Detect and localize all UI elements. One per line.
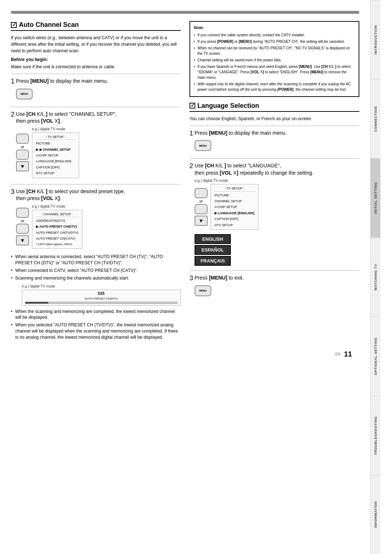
lang-step-3-illus: MENU xyxy=(195,284,359,298)
lang-menu1-title: - TV SETUP - xyxy=(214,186,255,191)
menu2-item-1: ADD/DELETE(DTV) xyxy=(35,218,79,224)
lang-intro: You can choose English, Spanish, or Fren… xyxy=(189,115,359,122)
divider-3 xyxy=(11,184,181,184)
en-label: EN xyxy=(335,352,340,356)
before-text: Make sure if the unit is connected to an… xyxy=(11,64,181,70)
step-2-menu-area: e.g.) digital TV mode - TV SETUP - PICTU… xyxy=(32,127,79,178)
step-3-number: 3 xyxy=(11,188,15,196)
section-title: Auto Channel Scan xyxy=(19,21,79,29)
progress-bar-fill xyxy=(25,302,48,304)
menu2-item-4: AUTO PRESET CH(CATV) xyxy=(35,236,79,241)
step-2-number: 2 xyxy=(11,111,15,118)
step-2-label: Use [CH K/L ] to select "CHANNEL SETUP",… xyxy=(16,111,181,125)
sidebar-optional-setting: OPTIONAL SETTING xyxy=(371,317,380,396)
note-title: Note: xyxy=(194,25,355,31)
lang-divider-1 xyxy=(189,126,359,126)
sidebar-connection: CONNECTION xyxy=(371,79,380,158)
bullet-1: When aerial antenna is connected, select… xyxy=(11,254,181,266)
eg-label-progress: e.g.) digital TV mode xyxy=(22,284,181,288)
page-footer: EN 11 xyxy=(11,350,359,358)
lang-illus-row: or ▼ - TV SETUP - PICTURE CHANNEL SETUP xyxy=(195,184,258,230)
menu1-item-4: LANGUAGE [ENGLISH] xyxy=(35,158,76,164)
step-1-illus: MENU xyxy=(16,87,181,101)
step-3-menu-area: e.g.) digital TV mode - CHANNEL SETUP - … xyxy=(32,204,82,249)
right-column: Note: If you connect the cable system di… xyxy=(189,21,359,343)
step-1-row: 1 Press [MENU] to display the main menu.… xyxy=(11,78,181,103)
eg-label-3: e.g.) digital TV mode xyxy=(32,204,82,208)
lang-step-3-content: Press [MENU] to exit. MENU xyxy=(195,274,359,300)
lang-step-1-row: 1 Press [MENU] to display the main menu.… xyxy=(189,130,359,155)
lang-divider-2 xyxy=(189,158,359,159)
note-item-3: When no channel can be received by "AUTO… xyxy=(194,45,355,56)
lang-menu-item-2: CHANNEL SETUP xyxy=(214,198,255,204)
english-lang-btn[interactable]: ENGLISH xyxy=(195,234,231,244)
lang-step-3-row: 3 Press [MENU] to exit. MENU xyxy=(189,274,359,300)
note-item-4: Channel setting will be saved even if th… xyxy=(194,57,355,63)
ch-up-btn-2 xyxy=(16,208,29,218)
language-selection-heading: Language Selection xyxy=(189,102,359,112)
menu1-item-3: V-CHIP SETUP xyxy=(35,152,76,158)
menu1-title: - TV SETUP - xyxy=(35,134,76,140)
lang-step-2-remote: or ▼ xyxy=(195,187,208,227)
menu2-item-3: AUTO PRESET CH(TV/DTV) xyxy=(35,230,79,236)
lang-step-1-content: Press [MENU] to display the main menu. M… xyxy=(195,130,359,155)
lang-step-1-remote: MENU xyxy=(195,139,211,152)
menu2-item-5: ! CATV takes approx. 50min. xyxy=(35,242,79,247)
down-arrow-btn-2: ▼ xyxy=(16,235,29,245)
step-2-illus: or ▼ e.g.) digital TV mode - TV SETUP - … xyxy=(16,127,181,178)
ch-up-button xyxy=(16,134,29,144)
lang-step-2-label: Use [CH K/L ] to select "LANGUAGE",then … xyxy=(195,162,359,176)
divider-1 xyxy=(11,74,181,74)
lang-step-2-number: 2 xyxy=(189,162,193,170)
lang-step-1-illus: MENU xyxy=(195,139,359,152)
two-col-layout: Auto Channel Scan If you switch wires (e… xyxy=(11,21,359,343)
note-list: If you connect the cable system directly… xyxy=(194,32,355,92)
lang-menu-item-6: DTV SETUP xyxy=(214,222,255,228)
bullet-4: When the scanning and memorizing are com… xyxy=(11,309,181,321)
step-2-remote: or ▼ xyxy=(16,133,29,172)
lang-step-3-label: Press [MENU] to exit. xyxy=(195,274,359,282)
language-buttons-area: ENGLISH ESPAÑOL FRANÇAIS xyxy=(195,234,359,266)
lang-remote-menu-area: e.g.) digital TV mode or ▼ xyxy=(195,179,258,230)
progress-channel: D25 xyxy=(25,292,177,296)
step-2-content: Use [CH K/L ] to select "CHANNEL SETUP",… xyxy=(16,111,181,180)
note-item-1: If you connect the cable system directly… xyxy=(194,32,355,38)
bullet-5: When you selected "AUTO PRESET CH (TV/DT… xyxy=(11,322,181,340)
step-3-row: 3 Use [CH K/L ] to select your desired p… xyxy=(11,188,181,251)
progress-bar xyxy=(25,302,177,304)
lang-ch-up xyxy=(195,188,208,198)
francais-lang-btn[interactable]: FRANÇAIS xyxy=(195,256,231,266)
step-2-row: 2 Use [CH K/L ] to select "CHANNEL SETUP… xyxy=(11,111,181,180)
sidebar-watching-tv: WATCHING TV xyxy=(371,237,380,317)
divider-2 xyxy=(11,107,181,107)
lang-menu-item-4: ▶ LANGUAGE [ENGLISH] xyxy=(214,210,255,216)
menu2-title: - CHANNEL SETUP - xyxy=(35,212,79,217)
sidebar-troubleshooting: TROUBLESHOOTING xyxy=(371,396,380,475)
menu2-item-2: ▶ AUTO PRESET CH(DTV) xyxy=(35,224,79,229)
bullet-2: When connected to CATV, select "AUTO PRE… xyxy=(11,268,181,274)
lang-menu-item-5: CAPTION [OFF] xyxy=(214,216,255,222)
bullet-3: Scanning and memorizing the channels aut… xyxy=(11,275,181,281)
lang-or-text: or xyxy=(199,199,203,203)
top-bar xyxy=(11,11,359,14)
lang-menu-item-3: V-CHIP SETUP xyxy=(214,204,255,210)
step-1-label: Press [MENU] to display the main menu. xyxy=(16,78,181,85)
step-1-remote: MENU xyxy=(16,87,33,101)
down-arrow-btn: ▼ xyxy=(16,161,29,171)
lang-menu-item-1: PICTURE xyxy=(214,192,255,198)
lang-step-1-number: 1 xyxy=(189,130,193,137)
espanol-lang-btn[interactable]: ESPAÑOL xyxy=(195,245,231,255)
note-box: Note: If you connect the cable system di… xyxy=(189,21,359,97)
lang-step-1-label: Press [MENU] to display the main menu. xyxy=(195,130,359,137)
lang-ch-down xyxy=(195,204,208,214)
or-text-1: or xyxy=(21,144,24,149)
menu1-item-2: ▶ CHANNEL SETUP xyxy=(35,147,76,152)
main-content: Auto Channel Scan If you switch wires (e… xyxy=(0,0,370,554)
lang-menu-button: MENU xyxy=(195,140,211,151)
acs-intro: If you switch wires (e.g., between anten… xyxy=(11,34,181,54)
lang-menu-box-area: - TV SETUP - PICTURE CHANNEL SETUP V-CHI… xyxy=(211,184,258,230)
lang-step-2-illus: e.g.) digital TV mode or ▼ xyxy=(195,179,359,230)
lang-checkbox-icon xyxy=(189,103,195,109)
lang-step-3-number: 3 xyxy=(189,274,193,282)
lang-down-arrow: ▼ xyxy=(195,216,208,226)
